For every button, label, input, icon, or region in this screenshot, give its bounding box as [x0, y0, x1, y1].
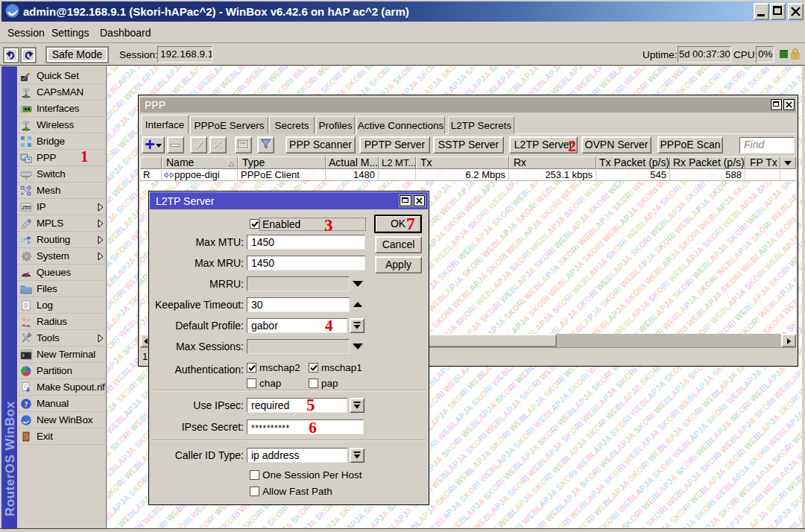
svg-text:?: ?: [25, 400, 28, 408]
svg-text:255: 255: [22, 205, 31, 210]
